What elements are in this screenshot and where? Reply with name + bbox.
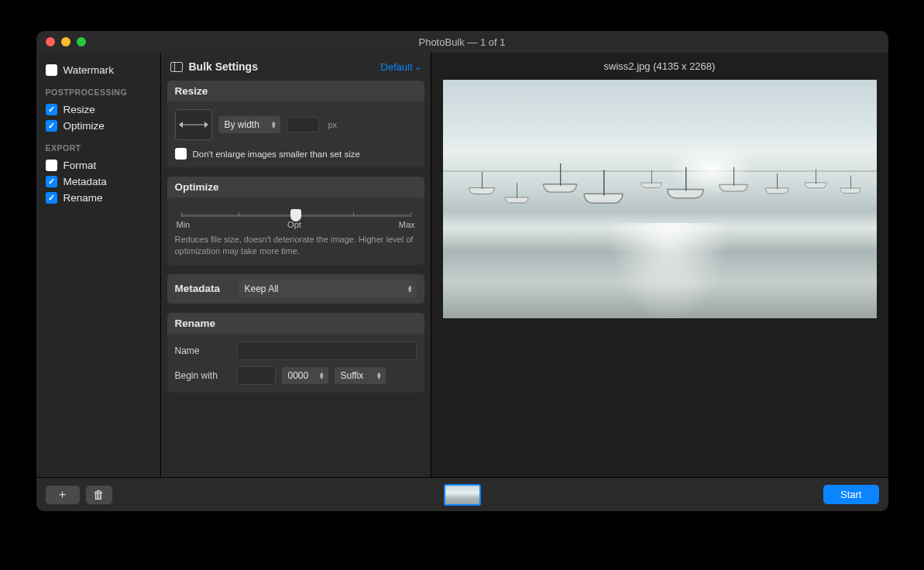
settings-column: Bulk Settings Default Resize [160, 53, 431, 477]
metadata-mode-select[interactable]: Keep All ▴▾ [239, 280, 417, 297]
metadata-label: Metadata [64, 176, 107, 187]
metadata-checkbox[interactable] [46, 176, 57, 187]
resize-mode-select[interactable]: By width ▴▾ [218, 116, 280, 133]
rename-digits-select[interactable]: 0000 ▴▾ [282, 367, 328, 384]
rename-name-label: Name [175, 345, 229, 356]
optimize-max-label: Max [399, 220, 415, 229]
metadata-mode-value: Keep All [245, 283, 279, 294]
sidebar-item-metadata[interactable]: Metadata [43, 173, 154, 190]
resize-checkbox[interactable] [46, 104, 57, 115]
panel-rename: Rename Name Begin with 0000 ▴▾ [167, 313, 424, 393]
sidebar-heading-postprocessing: POSTPROCESSING [46, 88, 151, 97]
sidebar: Watermark POSTPROCESSING Resize Optimize… [36, 53, 160, 477]
optimize-min-label: Min [177, 220, 191, 229]
settings-header: Bulk Settings Default [161, 53, 431, 81]
preview-pane: swiss2.jpg (4135 x 2268) [431, 53, 888, 477]
rename-position-select[interactable]: Suffix ▴▾ [335, 367, 386, 384]
plus-icon: ＋ [57, 487, 68, 502]
rename-begin-label: Begin with [175, 370, 229, 381]
preset-dropdown[interactable]: Default [380, 61, 421, 73]
rename-begin-input[interactable] [237, 366, 276, 385]
format-label: Format [64, 160, 97, 171]
resize-label: Resize [64, 104, 95, 115]
resize-value-input[interactable] [287, 117, 319, 132]
resize-width-icon [175, 109, 212, 140]
optimize-slider-thumb[interactable] [290, 209, 301, 221]
rename-digits-value: 0000 [288, 370, 309, 381]
dont-enlarge-checkbox[interactable] [175, 148, 187, 160]
panel-resize-title: Resize [167, 81, 424, 101]
preview-image [443, 80, 877, 318]
optimize-checkbox[interactable] [46, 120, 57, 132]
panel-optimize-title: Optimize [167, 177, 424, 197]
bottombar: ＋ 🗑 Start [36, 477, 888, 511]
thumbnail-selected[interactable] [444, 484, 481, 506]
optimize-description: Reduces file size, doesn't deteriorate t… [175, 234, 417, 257]
dont-enlarge-label: Don't enlarge images smaller than set si… [193, 149, 360, 159]
resize-mode-value: By width [225, 119, 259, 130]
sidebar-item-resize[interactable]: Resize [43, 101, 154, 118]
watermark-label: Watermark [64, 64, 115, 76]
panel-optimize: Optimize Min Opt [167, 177, 424, 265]
optimize-slider[interactable]: Min Opt Max [175, 205, 417, 229]
panel-rename-title: Rename [167, 313, 424, 334]
start-button[interactable]: Start [823, 485, 878, 504]
preview-caption: swiss2.jpg (4135 x 2268) [431, 53, 888, 80]
panel-resize: Resize By width ▴▾ px [167, 81, 424, 167]
preset-label: Default [380, 61, 412, 73]
preview-filename: swiss2.jpg [604, 60, 651, 72]
format-checkbox[interactable] [46, 160, 57, 171]
add-images-button[interactable]: ＋ [46, 486, 80, 504]
panel-metadata-title: Metadata [175, 283, 229, 294]
watermark-checkbox[interactable] [46, 64, 57, 76]
preview-dimensions: (4135 x 2268) [653, 60, 715, 72]
rename-name-input[interactable] [237, 342, 417, 360]
settings-title: Bulk Settings [189, 60, 258, 73]
sidebar-heading-export: EXPORT [46, 143, 151, 153]
sidebar-item-watermark[interactable]: Watermark [43, 62, 154, 78]
sidebar-item-format[interactable]: Format [43, 157, 154, 173]
rename-label: Rename [64, 192, 103, 204]
window-title: PhotoBulk — 1 of 1 [36, 36, 888, 48]
sidebar-item-optimize[interactable]: Optimize [43, 118, 154, 134]
rename-position-value: Suffix [341, 370, 364, 381]
panel-metadata: Metadata Keep All ▴▾ [167, 274, 424, 304]
resize-unit: px [328, 120, 338, 129]
titlebar: PhotoBulk — 1 of 1 [36, 31, 888, 53]
panel-toggle-icon[interactable] [170, 62, 183, 72]
rename-checkbox[interactable] [46, 192, 57, 204]
trash-icon: 🗑 [93, 488, 105, 501]
app-window: PhotoBulk — 1 of 1 Watermark POSTPROCESS… [36, 31, 888, 511]
delete-image-button[interactable]: 🗑 [86, 486, 112, 504]
optimize-label: Optimize [64, 120, 105, 132]
sidebar-item-rename[interactable]: Rename [43, 190, 154, 206]
